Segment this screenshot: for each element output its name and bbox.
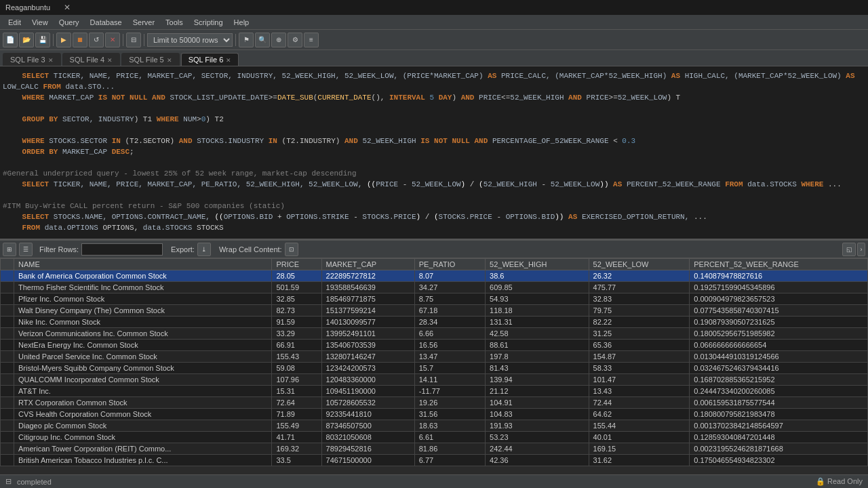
menu-view[interactable]: View	[26, 17, 54, 28]
table-row[interactable]: Walt Disney Company (The) Common Stock82…	[1, 305, 868, 317]
col-percent[interactable]: PERCENT_52_WEEK_RANGE	[690, 259, 868, 270]
table-cell: 8.07	[414, 270, 485, 282]
table-row[interactable]: Pfizer Inc. Common Stock32.8518546977187…	[1, 293, 868, 305]
col-peratio[interactable]: PE_RATIO	[414, 259, 485, 270]
tab-sql3[interactable]: SQL File 3✕	[3, 53, 61, 66]
table-cell	[1, 386, 14, 397]
cancel-btn[interactable]: ✕	[105, 33, 120, 47]
col-name[interactable]: NAME	[14, 259, 272, 270]
table-row[interactable]: NextEra Energy Inc. Common Stock66.91135…	[1, 340, 868, 351]
scroll-right-btn[interactable]: ›	[857, 243, 865, 256]
table-cell: 28.05	[272, 270, 321, 282]
expand-btn[interactable]: ◱	[842, 243, 856, 256]
table-cell: 31.56	[414, 409, 485, 420]
table-cell: 109451190000	[321, 386, 414, 397]
read-only-badge: 🔒 Read Only	[816, 477, 863, 486]
stop-btn[interactable]: ⏹	[73, 33, 87, 47]
filter-input[interactable]	[81, 243, 163, 256]
export-btn[interactable]: ⤓	[197, 243, 211, 256]
table-cell: Verizon Communications Inc. Common Stock	[14, 328, 272, 340]
sql-line-11	[0, 190, 868, 201]
statusbar: ⊟ completed 🔒 Read Only	[0, 474, 868, 488]
table-row[interactable]: Verizon Communications Inc. Common Stock…	[1, 328, 868, 340]
lock-icon: 🔒	[816, 477, 825, 485]
menu-help[interactable]: Help	[229, 17, 255, 28]
sql-line-9: #General underpriced query - lowest 25% …	[0, 168, 868, 179]
table-row[interactable]: British American Tobacco Industries p.l.…	[1, 455, 868, 466]
table-cell: 132807146247	[321, 351, 414, 363]
menu-database[interactable]: Database	[85, 17, 127, 28]
table-cell: 6.66	[414, 328, 485, 340]
table-row[interactable]: Diageo plc Common Stock155.4987346507500…	[1, 420, 868, 432]
table-cell: 104.91	[486, 397, 589, 409]
save-btn[interactable]: 💾	[35, 33, 50, 47]
wrap-btn[interactable]: ⊡	[285, 243, 298, 256]
tab-sql6[interactable]: SQL File 6✕	[181, 53, 239, 66]
close-icon[interactable]: ✕	[64, 3, 71, 12]
table-row[interactable]: Bank of America Corporation Common Stock…	[1, 270, 868, 282]
search-btn[interactable]: 🔍	[255, 33, 270, 47]
table-cell: 26.32	[589, 270, 690, 282]
menu-edit[interactable]: Edit	[3, 17, 26, 28]
table-cell: 139.94	[486, 374, 589, 386]
zoom-btn[interactable]: ⊕	[271, 33, 286, 47]
execute-btn[interactable]: ▶	[56, 33, 71, 47]
sql-line-4: GROUP BY SECTOR, INDUSTRY) T1 WHERE NUM>…	[0, 114, 868, 125]
settings-btn[interactable]: ⚙	[288, 33, 302, 47]
table-row[interactable]: Thermo Fisher Scientific Inc Common Stoc…	[1, 282, 868, 293]
col-weekhigh[interactable]: 52_WEEK_HIGH	[486, 259, 589, 270]
table-cell: 71.89	[272, 409, 321, 420]
table-cell: 0.000904979823657523	[690, 293, 868, 305]
table-cell: 101.47	[589, 374, 690, 386]
table-cell: Diageo plc Common Stock	[14, 420, 272, 432]
tab-sql4[interactable]: SQL File 4✕	[62, 53, 121, 66]
menubar: Edit View Query Database Server Tools Sc…	[0, 15, 868, 30]
form-view-btn[interactable]: ☰	[19, 243, 33, 256]
table-cell: 0.140879478827616	[690, 270, 868, 282]
menu-scripting[interactable]: Scripting	[189, 17, 229, 28]
open-btn[interactable]: 📂	[19, 33, 34, 47]
col-rownum	[1, 259, 14, 270]
table-row[interactable]: RTX Corporation Common Stock72.641057286…	[1, 397, 868, 409]
col-price[interactable]: PRICE	[272, 259, 321, 270]
table-cell: 501.59	[272, 282, 321, 293]
table-cell: 0.168702885365215952	[690, 374, 868, 386]
limit-rows-select[interactable]: Limit to 50000 rows	[147, 33, 233, 47]
status-text: completed	[17, 478, 52, 486]
table-cell: 0.00231955246281871668	[690, 443, 868, 455]
menu-query[interactable]: Query	[54, 17, 85, 28]
sql-line-5	[0, 125, 868, 136]
table-cell: 91.59	[272, 317, 321, 328]
grid-view-btn[interactable]: ⊞	[3, 243, 16, 256]
table-row[interactable]: American Tower Corporation (REIT) Commo.…	[1, 443, 868, 455]
table-cell: 72.64	[272, 397, 321, 409]
table-row[interactable]: AT&T Inc.15.31109451190000-11.7721.1213.…	[1, 386, 868, 397]
table-row[interactable]: Bristol-Myers Squibb Company Common Stoc…	[1, 363, 868, 374]
col-weeklow[interactable]: 52_WEEK_LOW	[589, 259, 690, 270]
bookmark-btn[interactable]: ⚑	[239, 33, 254, 47]
sql-editor[interactable]: SELECT TICKER, NAME, PRICE, MARKET_CAP, …	[0, 66, 868, 239]
table-cell	[1, 293, 14, 305]
results-table[interactable]: NAME PRICE MARKET_CAP PE_RATIO 52_WEEK_H…	[0, 258, 868, 469]
more-btn[interactable]: ≡	[304, 33, 319, 47]
table-cell: 131.31	[486, 317, 589, 328]
col-marketcap[interactable]: MARKET_CAP	[321, 259, 414, 270]
table-cell: 92335441810	[321, 409, 414, 420]
menu-tools[interactable]: Tools	[160, 17, 189, 28]
format-btn[interactable]: ⊟	[126, 33, 141, 47]
table-cell: Pfizer Inc. Common Stock	[14, 293, 272, 305]
menu-server[interactable]: Server	[127, 17, 160, 28]
table-row[interactable]: United Parcel Service Inc. Common Stock1…	[1, 351, 868, 363]
refresh-btn[interactable]: ↺	[89, 33, 104, 47]
table-cell: 33.29	[272, 328, 321, 340]
table-cell	[1, 351, 14, 363]
sql-line-1: SELECT TICKER, NAME, PRICE, MARKET_CAP, …	[0, 70, 868, 92]
table-row[interactable]: QUALCOMM Incorporated Common Stock107.96…	[1, 374, 868, 386]
table-cell: 16.56	[414, 340, 485, 351]
table-row[interactable]: CVS Health Corporation Common Stock71.89…	[1, 409, 868, 420]
table-cell: 0.0130444910319124566	[690, 351, 868, 363]
table-row[interactable]: Nike Inc. Common Stock91.591401300995772…	[1, 317, 868, 328]
new-file-btn[interactable]: 📄	[3, 33, 18, 47]
table-row[interactable]: Citigroup Inc. Common Stock41.7180321050…	[1, 432, 868, 443]
tab-sql5[interactable]: SQL File 5✕	[121, 53, 180, 66]
